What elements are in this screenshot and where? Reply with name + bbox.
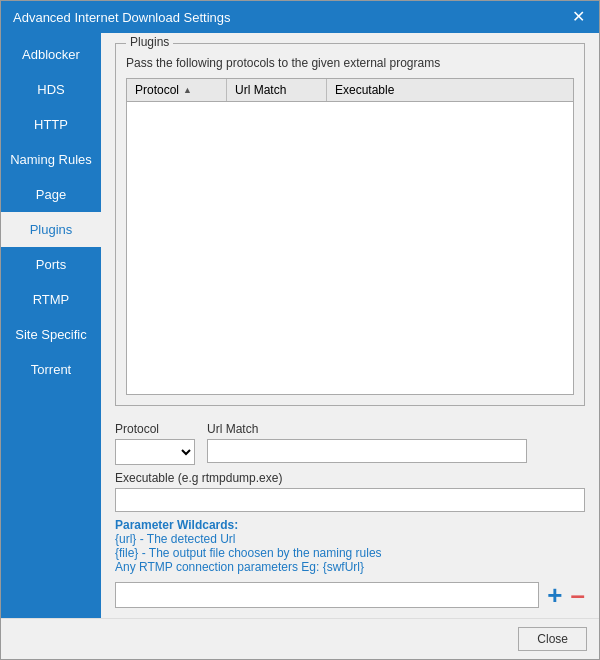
protocol-select[interactable]: rtmp rtmpe rtmps rtmpt rtmpte <box>115 439 195 465</box>
window-close-button[interactable]: ✕ <box>570 9 587 25</box>
plugins-description: Pass the following protocols to the give… <box>126 56 574 70</box>
param-wildcards-label: Parameter Wildcards: <box>115 518 585 532</box>
sidebar-item-adblocker[interactable]: Adblocker <box>1 37 101 72</box>
window-title: Advanced Internet Download Settings <box>13 10 231 25</box>
group-legend: Plugins <box>126 35 173 49</box>
table-header: Protocol ▲ Url Match Executable <box>127 79 573 102</box>
protocol-column-label: Protocol <box>135 83 179 97</box>
table-body <box>127 102 573 202</box>
sidebar-item-http[interactable]: HTTP <box>1 107 101 142</box>
remove-button[interactable]: – <box>571 582 585 608</box>
plugins-table[interactable]: Protocol ▲ Url Match Executable <box>126 78 574 395</box>
executable-label: Executable (e.g rtmpdump.exe) <box>115 471 585 485</box>
param-hint3: Any RTMP connection parameters Eg: {swfU… <box>115 560 585 574</box>
sidebar-item-hds[interactable]: HDS <box>1 72 101 107</box>
param-hint2: {file} - The output file choosen by the … <box>115 546 585 560</box>
protocol-field: Protocol rtmp rtmpe rtmps rtmpt rtmpte <box>115 422 195 465</box>
add-button[interactable]: + <box>547 582 562 608</box>
param-wildcards: Parameter Wildcards: {url} - The detecte… <box>115 518 585 574</box>
table-header-executable[interactable]: Executable <box>327 79 427 101</box>
sidebar-item-site-specific[interactable]: Site Specific <box>1 317 101 352</box>
protocol-urlmatch-row: Protocol rtmp rtmpe rtmps rtmpt rtmpte U… <box>115 422 585 465</box>
url-match-label: Url Match <box>207 422 527 436</box>
window-footer: Close <box>1 618 599 659</box>
plugins-group: Plugins Pass the following protocols to … <box>115 43 585 406</box>
title-bar: Advanced Internet Download Settings ✕ <box>1 1 599 33</box>
sidebar-item-page[interactable]: Page <box>1 177 101 212</box>
table-header-protocol[interactable]: Protocol ▲ <box>127 79 227 101</box>
close-button[interactable]: Close <box>518 627 587 651</box>
executable-row: Executable (e.g rtmpdump.exe) <box>115 471 585 512</box>
sidebar-item-plugins[interactable]: Plugins <box>1 212 101 247</box>
executable-input[interactable] <box>115 488 585 512</box>
window-body: Adblocker HDS HTTP Naming Rules Page Plu… <box>1 33 599 618</box>
sidebar-item-naming-rules[interactable]: Naming Rules <box>1 142 101 177</box>
sidebar: Adblocker HDS HTTP Naming Rules Page Plu… <box>1 33 101 618</box>
table-header-url-match[interactable]: Url Match <box>227 79 327 101</box>
params-row: + – <box>115 582 585 608</box>
sidebar-item-torrent[interactable]: Torrent <box>1 352 101 387</box>
url-match-field: Url Match <box>207 422 527 465</box>
sort-arrow-icon: ▲ <box>183 85 192 95</box>
sidebar-item-ports[interactable]: Ports <box>1 247 101 282</box>
protocol-label: Protocol <box>115 422 195 436</box>
params-input[interactable] <box>115 582 539 608</box>
main-window: Advanced Internet Download Settings ✕ Ad… <box>0 0 600 660</box>
url-match-column-label: Url Match <box>235 83 286 97</box>
main-content: Plugins Pass the following protocols to … <box>101 33 599 618</box>
sidebar-item-rtmp[interactable]: RTMP <box>1 282 101 317</box>
param-hint1: {url} - The detected Url <box>115 532 585 546</box>
url-match-input[interactable] <box>207 439 527 463</box>
executable-column-label: Executable <box>335 83 394 97</box>
